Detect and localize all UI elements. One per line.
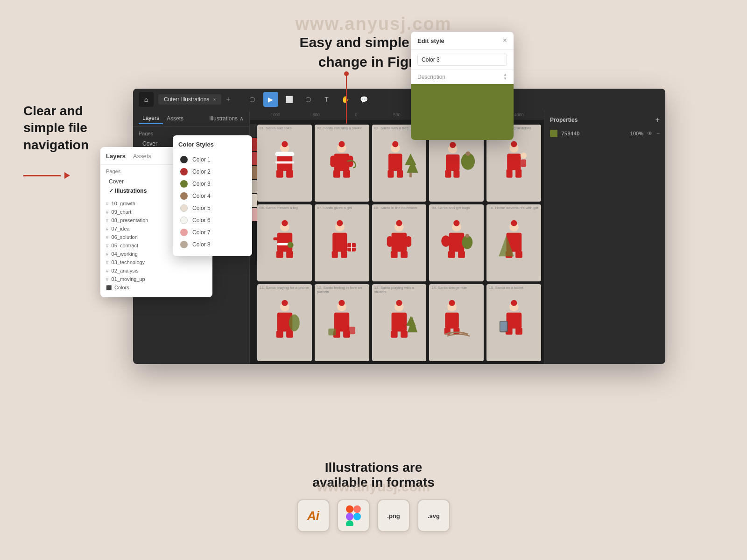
svg-rect-61 bbox=[448, 251, 455, 258]
bottom-text-line2: available in formats bbox=[312, 475, 434, 490]
illus-label: 03. Santa with a tree bbox=[374, 126, 409, 130]
color-style-item-8[interactable]: Color 8 bbox=[178, 238, 247, 251]
svg-point-18 bbox=[392, 141, 398, 147]
illustration-cell[interactable]: 10. Home adventures with gift bbox=[486, 204, 541, 281]
svg-rect-32 bbox=[515, 169, 521, 178]
tool-frame[interactable]: ⬜ bbox=[282, 92, 297, 107]
svg-rect-58 bbox=[406, 236, 411, 247]
color-dot-1 bbox=[180, 156, 188, 163]
illustration-cell[interactable]: 07. Santa gives a gift bbox=[315, 204, 369, 281]
style-name-input[interactable] bbox=[417, 54, 507, 66]
svg-point-28 bbox=[465, 151, 470, 156]
svg-rect-11 bbox=[333, 170, 340, 177]
svg-point-90 bbox=[396, 300, 402, 306]
figma-tab-add[interactable]: + bbox=[226, 95, 230, 104]
figma-tab[interactable]: Cuterr Illustrations × bbox=[158, 94, 221, 105]
santa-svg bbox=[323, 216, 361, 270]
color-dot-5 bbox=[180, 204, 188, 212]
format-badge-ai[interactable]: Ai bbox=[297, 499, 330, 532]
svg-rect-3 bbox=[286, 170, 293, 177]
layer-popup-item-colors[interactable]: ⬛ Colors bbox=[100, 283, 212, 292]
panel-illustrations-dropdown[interactable]: Illustrations ∧ bbox=[209, 115, 244, 122]
bottom-text-line1: Illustrations are bbox=[325, 460, 423, 475]
color-hex-value: 75844D bbox=[561, 131, 580, 137]
format-badge-svg[interactable]: .svg bbox=[417, 499, 450, 532]
svg-point-56 bbox=[396, 220, 402, 226]
illustration-cell[interactable]: 09. Santa and gift bags bbox=[429, 204, 484, 281]
svg-rect-62 bbox=[458, 251, 465, 258]
color-style-item-2[interactable]: Color 2 bbox=[178, 166, 247, 178]
santa-svg bbox=[380, 216, 418, 270]
svg-rect-84 bbox=[345, 327, 355, 334]
dialog-name-field[interactable] bbox=[411, 50, 514, 70]
panel-tab-assets[interactable]: Assets bbox=[163, 113, 187, 124]
illustration-cell[interactable]: 06. Santa creates a toy bbox=[257, 204, 312, 281]
dialog-close-button[interactable]: × bbox=[503, 36, 507, 45]
layers-popup-tab-assets[interactable]: Assets bbox=[133, 153, 151, 160]
illustration-cell[interactable]: 13. Santa playing with a student bbox=[372, 284, 427, 361]
tool-select[interactable]: ⬡ bbox=[245, 92, 260, 107]
color-style-item-7[interactable]: Color 7 bbox=[178, 226, 247, 238]
figma-home-button[interactable]: ⌂ bbox=[139, 92, 154, 107]
tool-shape[interactable]: ⬡ bbox=[301, 92, 316, 107]
layers-popup-tab-layers[interactable]: Layers bbox=[106, 153, 126, 160]
figma-tab-close[interactable]: × bbox=[213, 97, 216, 102]
tool-text[interactable]: T bbox=[319, 92, 334, 107]
left-heading: Clear and simple file navigation bbox=[23, 103, 117, 154]
color-style-item-5[interactable]: Color 5 bbox=[178, 202, 247, 214]
illus-label: 14. Santa sledge ride bbox=[431, 286, 467, 290]
layer-popup-item[interactable]: # 03_technology bbox=[100, 258, 212, 266]
figma-canvas[interactable]: -1000 -500 0 500 1000 1500 4000 bbox=[250, 110, 544, 364]
illustration-cell[interactable]: 08. Santa in the bathroom bbox=[372, 204, 427, 281]
panel-tab-layers[interactable]: Layers bbox=[139, 113, 163, 124]
svg-rect-30 bbox=[507, 154, 521, 170]
png-label: .png bbox=[387, 512, 400, 519]
color-style-item-4[interactable]: Color 4 bbox=[178, 190, 247, 202]
svg-marker-92 bbox=[406, 316, 416, 326]
illustration-cell[interactable]: 11. Santa praying for a phone bbox=[257, 284, 312, 361]
svg-rect-47 bbox=[341, 251, 347, 258]
format-badge-figma[interactable] bbox=[337, 499, 370, 532]
svg-point-5 bbox=[282, 141, 288, 147]
tool-move[interactable]: ▶ bbox=[263, 92, 278, 107]
layer-popup-item[interactable]: # 01_moving_up bbox=[100, 275, 212, 283]
svg-rect-75 bbox=[276, 331, 283, 338]
color-dot-3 bbox=[180, 180, 188, 188]
svg-rect-104 bbox=[500, 322, 507, 331]
ai-label: Ai bbox=[307, 509, 319, 523]
illus-label: 06. Santa creates a toy bbox=[260, 206, 298, 210]
svg-rect-105 bbox=[346, 505, 353, 513]
svg-rect-45 bbox=[333, 232, 347, 252]
illustration-cell[interactable]: 15. Santa on a tablet bbox=[486, 284, 541, 361]
illustration-cell[interactable]: 02. Santa catching a snake bbox=[315, 125, 369, 202]
color-property-row[interactable]: 75844D 100% 👁 − bbox=[550, 130, 660, 137]
santa-svg bbox=[266, 296, 304, 350]
illustration-cell[interactable]: 14. Santa sledge ride bbox=[429, 284, 484, 361]
illustration-cell[interactable]: 12. Santa feeling in love on parcels bbox=[315, 284, 369, 361]
tool-comment[interactable]: 💬 bbox=[357, 92, 372, 107]
svg-rect-21 bbox=[409, 173, 412, 177]
svg-rect-35 bbox=[521, 159, 526, 167]
svg-rect-39 bbox=[286, 251, 293, 258]
dialog-desc-arrows[interactable]: ▲ ▼ bbox=[503, 73, 507, 81]
visibility-icon[interactable]: 👁 bbox=[647, 130, 653, 137]
svg-rect-87 bbox=[392, 312, 407, 331]
dialog-color-preview[interactable] bbox=[411, 84, 514, 140]
add-property-button[interactable]: + bbox=[655, 116, 660, 124]
svg-point-34 bbox=[520, 153, 526, 159]
color-style-item-6[interactable]: Color 6 bbox=[178, 214, 247, 226]
layer-popup-item[interactable]: # 02_analysis bbox=[100, 266, 212, 275]
svg-rect-85 bbox=[329, 329, 336, 336]
remove-property-button[interactable]: − bbox=[656, 130, 660, 137]
format-badge-png[interactable]: .png bbox=[377, 499, 410, 532]
color-styles-popup: Color Styles Color 1 Color 2 Color 3 Col… bbox=[173, 135, 252, 256]
santa-svg bbox=[495, 136, 533, 190]
illustration-cell[interactable]: 01. Santa and cake bbox=[257, 125, 312, 202]
color-style-item-1[interactable]: Color 1 bbox=[178, 154, 247, 166]
santa-svg bbox=[495, 296, 533, 350]
svg-rect-54 bbox=[391, 251, 398, 258]
color-dot-6 bbox=[180, 217, 188, 224]
tool-hand[interactable]: ✋ bbox=[338, 92, 353, 107]
svg-point-83 bbox=[339, 300, 345, 306]
color-style-item-3[interactable]: Color 3 bbox=[178, 178, 247, 190]
